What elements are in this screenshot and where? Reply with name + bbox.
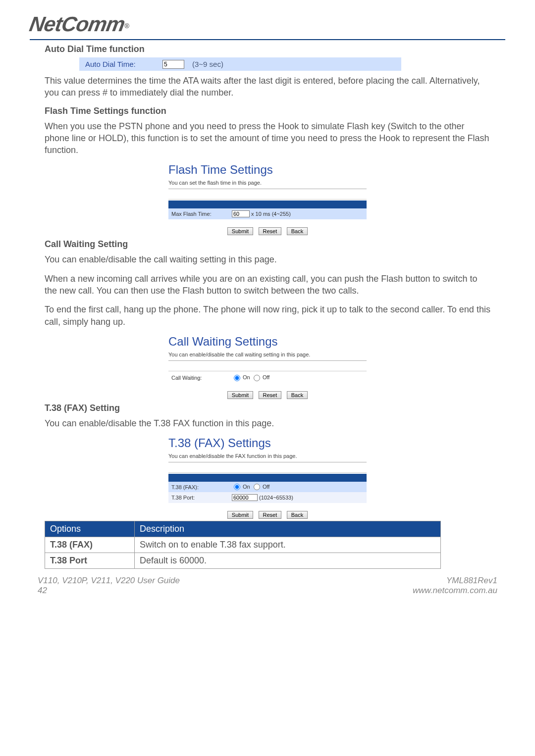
callwaiting-off-radio[interactable] [254,375,260,381]
autodial-label: Auto Dial Time: [79,57,160,71]
callwaiting-on-label: On [243,374,250,380]
t38-port-range: (1024~65533) [259,495,293,501]
submit-button[interactable]: Submit [227,391,253,399]
t38-off-label: Off [263,484,269,490]
header-divider [30,39,505,40]
options-cell: T.38 Port [45,553,135,569]
flash-heading: Flash Time Settings [168,163,367,177]
flash-value-input[interactable] [232,210,250,217]
options-table: Options Description T.38 (FAX) Switch on… [45,521,441,569]
callwaiting-panel: Call Waiting Settings You can enable/dis… [168,335,367,399]
table-row: T.38 Port Default is 60000. [45,553,441,569]
flash-desc: When you use the PSTN phone and you need… [45,120,490,156]
callwaiting-p2: When a new incoming call arrives while y… [45,273,490,297]
footer-url: www.netcomm.com.au [413,586,497,596]
callwaiting-p3: To end the first call, hang up the phone… [45,303,490,328]
section-title-autodial: Auto Dial Time function [45,44,505,54]
back-button[interactable]: Back [287,391,308,399]
callwaiting-p1: You can enable/disable the call waiting … [45,253,490,265]
t38-row2-label: T.38 Port: [168,492,229,503]
options-header-1: Options [45,521,135,537]
callwaiting-off-label: Off [263,374,269,380]
brand-logo: NetComm® [30,12,505,36]
t38-row1-label: T.38 (FAX): [168,482,229,493]
t38-panel: T.38 (FAX) Settings You can enable/disab… [168,436,367,519]
t38-on-label: On [243,484,250,490]
footer-page-number: 42 [38,586,180,596]
callwaiting-field-label: Call Waiting: [168,372,229,383]
autodial-input[interactable] [162,60,184,69]
footer-rev: YML881Rev1 [413,576,497,586]
table-row: T.38 (FAX) Switch on to enable T.38 fax … [45,537,441,553]
autodial-panel: Auto Dial Time: (3~9 sec) [79,57,401,71]
t38-sub: You can enable/disable the FAX function … [168,453,367,462]
reset-button[interactable]: Reset [259,511,282,519]
t38-port-input[interactable] [232,494,258,501]
reset-button[interactable]: Reset [259,391,282,399]
callwaiting-on-radio[interactable] [234,375,240,381]
back-button[interactable]: Back [287,511,308,519]
t38-on-radio[interactable] [234,484,240,490]
flash-sub: You can set the flash time in this page. [168,180,367,189]
options-cell: Default is 60000. [135,553,441,569]
submit-button[interactable]: Submit [227,227,253,235]
submit-button[interactable]: Submit [227,511,253,519]
section-title-callwaiting: Call Waiting Setting [45,239,505,250]
back-button[interactable]: Back [287,227,308,235]
brand-name: NetComm [28,12,127,36]
autodial-desc: This value determines the time the ATA w… [45,75,490,99]
options-cell: T.38 (FAX) [45,537,135,553]
callwaiting-heading: Call Waiting Settings [168,335,367,349]
autodial-range: (3~9 sec) [189,57,401,71]
callwaiting-sub: You can enable/disable the call waiting … [168,352,367,361]
flash-panel: Flash Time Settings You can set the flas… [168,163,367,235]
footer-guide: V110, V210P, V211, V220 User Guide [38,576,180,586]
page-footer: V110, V210P, V211, V220 User Guide 42 YM… [38,576,497,596]
flash-unit: x 10 ms (4~255) [251,211,291,217]
options-cell: Switch on to enable T.38 fax support. [135,537,441,553]
t38-off-radio[interactable] [254,484,260,490]
flash-field-label: Max Flash Time: [168,208,229,219]
reset-button[interactable]: Reset [259,227,282,235]
section-title-t38: T.38 (FAX) Setting [45,403,505,413]
section-title-flash: Flash Time Settings function [45,106,505,116]
options-header-2: Description [135,521,441,537]
t38-p1: You can enable/disable the T.38 FAX func… [45,417,490,429]
registered-mark: ® [124,22,129,30]
t38-heading: T.38 (FAX) Settings [168,436,367,450]
